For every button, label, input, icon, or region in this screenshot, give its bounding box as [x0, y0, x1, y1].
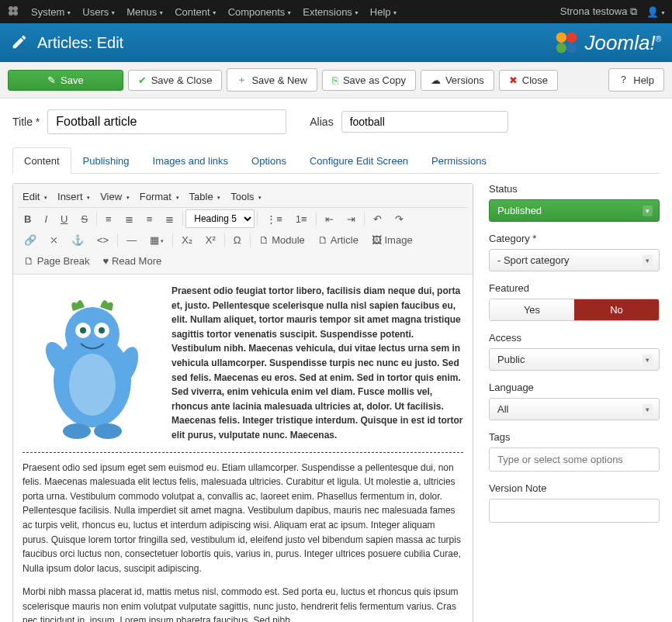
save-close-button[interactable]: ✔Save & Close — [128, 70, 223, 91]
site-link[interactable]: Strona testowa ⧉ — [560, 5, 637, 18]
editor: Edit ▾ Insert ▾ View ▾ Format ▾ Table ▾ … — [12, 183, 473, 622]
content-image — [23, 284, 162, 447]
question-icon: ？ — [618, 73, 629, 87]
svg-point-17 — [94, 423, 122, 439]
number-list-icon[interactable]: 1≡ — [289, 210, 313, 228]
tab-images[interactable]: Images and links — [141, 147, 241, 174]
action-toolbar: ✎Save ✔Save & Close ＋Save & New ⎘Save as… — [0, 62, 672, 98]
svg-point-3 — [13, 11, 18, 16]
language-label: Language — [489, 382, 660, 393]
status-select[interactable]: Published — [489, 199, 660, 222]
tab-options[interactable]: Options — [240, 147, 298, 174]
content-p3: Morbi nibh massa placerat id, mattis met… — [23, 585, 463, 622]
align-right-icon[interactable]: ≡ — [140, 210, 159, 228]
menu-insert[interactable]: Insert ▾ — [53, 188, 95, 206]
category-label: Category * — [489, 233, 660, 244]
tab-permissions[interactable]: Permissions — [420, 147, 498, 174]
svg-point-6 — [556, 43, 566, 53]
bold-icon[interactable]: B — [18, 210, 37, 228]
module-button[interactable]: 🗋 Module — [253, 231, 311, 249]
page-header: Articles: Edit Joomla!® — [0, 23, 672, 62]
save-button[interactable]: ✎Save — [8, 70, 123, 91]
featured-no[interactable]: No — [574, 299, 659, 320]
align-left-icon[interactable]: ≡ — [99, 210, 118, 228]
page-title: Articles: Edit — [37, 34, 123, 52]
plus-icon: ＋ — [237, 73, 247, 87]
outdent-icon[interactable]: ⇤ — [319, 210, 340, 228]
admin-topnav: System▼ Users▼ Menus▼ Content▼ Component… — [0, 0, 672, 23]
version-note-input[interactable] — [489, 499, 660, 523]
content-p2: Praesent odio sed ipsum eget sem euismod… — [23, 461, 463, 576]
bullet-list-icon[interactable]: ⋮≡ — [260, 210, 289, 228]
nav-help[interactable]: Help▼ — [370, 6, 398, 18]
unlink-icon[interactable]: ⤫ — [43, 231, 64, 249]
menu-format[interactable]: Format ▾ — [135, 188, 184, 206]
svg-point-1 — [13, 6, 18, 11]
indent-icon[interactable]: ⇥ — [341, 210, 362, 228]
versions-button[interactable]: ☁Versions — [421, 70, 494, 91]
nav-extensions[interactable]: Extensions▼ — [303, 6, 359, 18]
special-char-icon[interactable]: Ω — [227, 231, 248, 249]
code-icon[interactable]: <> — [91, 231, 115, 249]
image-button[interactable]: 🖼 Image — [365, 231, 419, 249]
readmore-button[interactable]: ♥ Read More — [97, 252, 168, 270]
editor-content[interactable]: Praesent odio feugiat tortor libero, fac… — [13, 275, 473, 622]
version-note-label: Version Note — [489, 482, 660, 494]
align-center-icon[interactable]: ≣ — [119, 210, 140, 228]
tab-content[interactable]: Content — [12, 147, 71, 174]
nav-users[interactable]: Users▼ — [82, 6, 116, 18]
menu-view[interactable]: View ▾ — [95, 188, 134, 206]
pencil-icon — [11, 33, 28, 53]
save-copy-button[interactable]: ⎘Save as Copy — [322, 70, 416, 91]
featured-label: Featured — [489, 282, 660, 294]
joomla-icon[interactable] — [6, 4, 20, 20]
menu-tools[interactable]: Tools ▾ — [226, 188, 266, 206]
access-label: Access — [489, 332, 660, 344]
featured-yes[interactable]: Yes — [490, 299, 574, 320]
menu-table[interactable]: Table ▾ — [185, 188, 226, 206]
category-select[interactable]: - Sport category — [489, 249, 660, 271]
strike-icon[interactable]: S — [74, 210, 94, 228]
title-input[interactable] — [47, 109, 286, 134]
check-icon: ✎ — [47, 74, 56, 86]
user-menu-icon[interactable]: 👤▼ — [646, 6, 666, 18]
joomla-logo: Joomla!® — [554, 30, 661, 55]
underline-icon[interactable]: U — [54, 210, 74, 228]
help-button[interactable]: ？Help — [608, 68, 664, 92]
editor-toolbar: Edit ▾ Insert ▾ View ▾ Format ▾ Table ▾ … — [13, 184, 473, 275]
svg-point-13 — [99, 327, 105, 333]
anchor-icon[interactable]: ⚓ — [65, 231, 90, 249]
table-icon[interactable]: ▦▾ — [144, 231, 170, 249]
nav-content[interactable]: Content▼ — [175, 6, 216, 18]
title-label: Title * — [12, 116, 40, 128]
tags-input[interactable] — [489, 447, 660, 472]
close-button[interactable]: ✖Close — [499, 70, 558, 91]
undo-icon[interactable]: ↶ — [367, 210, 388, 228]
tab-configure[interactable]: Configure Edit Screen — [298, 147, 420, 174]
format-select[interactable]: Heading 5 — [185, 209, 255, 228]
align-justify-icon[interactable]: ≣ — [159, 210, 180, 228]
alias-input[interactable] — [341, 111, 508, 133]
menu-edit[interactable]: Edit ▾ — [18, 188, 52, 206]
access-select[interactable]: Public — [489, 348, 660, 371]
language-select[interactable]: All — [489, 398, 660, 420]
nav-system[interactable]: System▼ — [31, 6, 71, 18]
nav-components[interactable]: Components▼ — [228, 6, 293, 18]
link-icon[interactable]: 🔗 — [18, 231, 43, 249]
stack-icon: ☁ — [431, 74, 441, 86]
svg-point-7 — [566, 43, 577, 53]
tab-publishing[interactable]: Publishing — [71, 147, 141, 174]
pagebreak-button[interactable]: 🗋 Page Break — [18, 252, 96, 270]
italic-icon[interactable]: I — [38, 210, 54, 228]
article-button[interactable]: 🗋 Article — [312, 231, 365, 249]
superscript-icon[interactable]: X² — [199, 231, 222, 249]
subscript-icon[interactable]: X₂ — [175, 231, 199, 249]
svg-point-18 — [69, 354, 116, 416]
hr-icon[interactable]: — — [120, 231, 143, 249]
svg-point-5 — [566, 33, 577, 43]
copy-icon: ⎘ — [332, 74, 338, 86]
sidebar: Status Published Category * - Sport cate… — [489, 183, 660, 622]
save-new-button[interactable]: ＋Save & New — [227, 68, 317, 92]
nav-menus[interactable]: Menus▼ — [126, 6, 164, 18]
redo-icon[interactable]: ↷ — [389, 210, 410, 228]
